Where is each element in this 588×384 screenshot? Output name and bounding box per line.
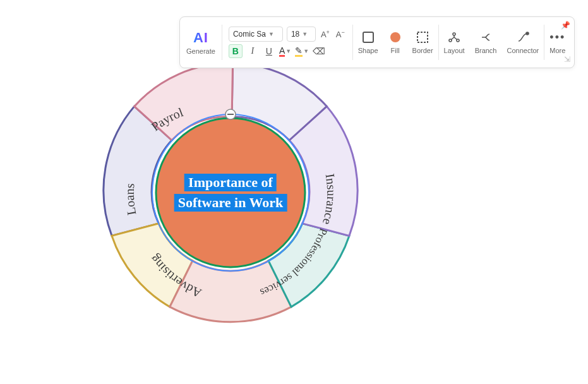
increase-font-button[interactable]: A+ [320, 28, 331, 40]
ai-generate-button[interactable]: AI Generate [180, 17, 222, 68]
layout-label: Layout [444, 47, 465, 54]
border-icon [416, 30, 429, 44]
shape-icon [361, 30, 375, 44]
branch-label: Branch [475, 47, 497, 54]
layout-button[interactable]: Layout [439, 17, 470, 68]
svg-point-3 [390, 32, 400, 42]
center-title-line2: Software in Work [174, 194, 287, 212]
decrease-font-button[interactable]: A− [335, 28, 346, 40]
pin-icon[interactable]: 📌 [561, 21, 570, 30]
layout-icon [447, 30, 461, 44]
connector-icon [516, 30, 530, 44]
floating-toolbar: 📌 ⇲ AI Generate Comic Sa▼ 18▼ A+ A− B I … [179, 16, 575, 68]
ai-icon: AI [193, 30, 208, 46]
italic-button[interactable]: I [246, 45, 259, 57]
center-title-line1: Importance of [184, 174, 277, 191]
clear-format-button[interactable]: ⌫ [313, 45, 325, 57]
collapse-toolbar-icon[interactable]: ⇲ [564, 55, 570, 64]
fill-button[interactable]: Fill [383, 17, 407, 68]
svg-point-5 [453, 33, 455, 35]
font-color-button[interactable]: A▼ [279, 46, 291, 57]
font-family-select[interactable]: Comic Sa▼ [229, 27, 283, 42]
caret-down-icon: ▼ [268, 31, 274, 37]
fill-label: Fill [391, 47, 400, 54]
caret-down-icon: ▼ [285, 48, 291, 54]
more-icon: ••• [551, 30, 565, 44]
font-section: Comic Sa▼ 18▼ A+ A− B I U A▼ ✎▼ ⌫ [222, 17, 352, 68]
collapse-handle-icon[interactable] [225, 109, 236, 119]
border-button[interactable]: Border [407, 17, 438, 68]
branch-button[interactable]: Branch [470, 17, 502, 68]
svg-point-8 [526, 32, 529, 35]
more-label: More [549, 47, 565, 54]
radial-diagram[interactable]: Payroll Loans Advertising Professional s… [66, 19, 395, 366]
font-size-value: 18 [291, 30, 299, 39]
svg-rect-2 [363, 32, 373, 42]
svg-rect-4 [417, 32, 428, 42]
branch-icon [479, 30, 493, 44]
border-label: Border [412, 47, 433, 54]
label-loans: Loans [123, 183, 139, 216]
fill-icon [388, 30, 402, 44]
ai-label: Generate [186, 47, 215, 55]
underline-button[interactable]: U [263, 45, 275, 57]
font-family-value: Comic Sa [233, 30, 266, 39]
caret-down-icon: ▼ [302, 31, 308, 37]
center-title[interactable]: Importance of Software in Work [174, 172, 287, 213]
caret-down-icon: ▼ [303, 48, 309, 54]
bold-button[interactable]: B [229, 44, 243, 58]
highlight-color-button[interactable]: ✎▼ [295, 46, 309, 57]
shape-button[interactable]: Shape [353, 17, 383, 68]
connector-label: Connector [507, 47, 539, 54]
connector-button[interactable]: Connector [501, 17, 544, 68]
font-size-select[interactable]: 18▼ [287, 27, 316, 42]
shape-label: Shape [358, 47, 378, 54]
canvas: Payroll Loans Advertising Professional s… [0, 0, 588, 384]
